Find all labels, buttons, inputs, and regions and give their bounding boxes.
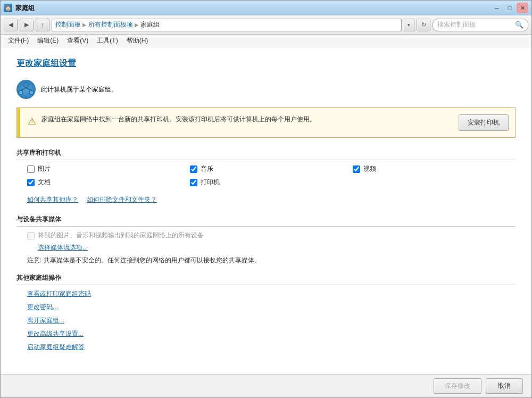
maximize-button[interactable]: □ xyxy=(504,3,516,13)
media-stream-label: 将我的图片、音乐和视频输出到我的家庭网络上的所有设备 xyxy=(38,231,204,240)
checkbox-video: 视频 xyxy=(353,164,516,173)
up-button[interactable]: ↑ xyxy=(36,19,49,31)
checkbox-printer-label: 打印机 xyxy=(201,178,220,187)
menu-view[interactable]: 查看(V) xyxy=(63,35,93,47)
checkbox-documents: 文档 xyxy=(27,178,190,187)
warning-message: 家庭组在家庭网络中找到一台新的共享打印机。安装该打印机后将可供计算机上的每个用户… xyxy=(41,114,316,125)
checkbox-pictures: 图片 xyxy=(27,164,190,173)
checkbox-video-label: 视频 xyxy=(363,164,376,173)
checkbox-music-label: 音乐 xyxy=(201,164,213,173)
svg-point-0 xyxy=(23,82,29,88)
media-stream-checkbox-row: 将我的图片、音乐和视频输出到我的家庭网络上的所有设备 xyxy=(16,231,516,240)
warning-box: ⚠ 家庭组在家庭网络中找到一台新的共享打印机。安装该打印机后将可供计算机上的每个… xyxy=(16,107,516,138)
search-bar[interactable]: 搜索控制面板 🔍 xyxy=(433,19,528,31)
share-section-title: 共享库和打印机 xyxy=(16,148,516,160)
leave-homegroup-link[interactable]: 离开家庭组... xyxy=(16,316,516,325)
window-icon: 🏠 xyxy=(4,4,12,12)
breadcrumb-item-2[interactable]: 所有控制面板项 xyxy=(88,20,133,29)
change-advanced-sharing-link[interactable]: 更改高级共享设置... xyxy=(16,329,516,338)
svg-line-4 xyxy=(26,88,31,90)
media-section: 与设备共享媒体 将我的图片、音乐和视频输出到我的家庭网络上的所有设备 选择媒体流… xyxy=(16,215,516,265)
network-svg-icon xyxy=(18,81,35,98)
share-checkboxes-row2: 文档 打印机 xyxy=(16,178,516,187)
minimize-button[interactable]: ─ xyxy=(491,3,503,13)
forward-button[interactable]: ▶ xyxy=(20,19,34,31)
media-note: 注意: 共享媒体是不安全的。任何连接到您的网络的用户都可以接收您的共享媒体。 xyxy=(16,255,516,265)
cancel-button[interactable]: 取消 xyxy=(486,378,523,394)
checkbox-printer: 打印机 xyxy=(190,178,353,187)
homegroup-description: 此计算机属于某个家庭组。 xyxy=(41,85,118,94)
title-bar: 🏠 家庭组 ─ □ ✕ xyxy=(1,1,531,15)
share-checkboxes-row1: 图片 音乐 视频 xyxy=(16,164,516,173)
menu-file[interactable]: 文件(F) xyxy=(4,35,33,47)
breadcrumb-sep-2: ▶ xyxy=(135,22,139,28)
address-dropdown-button[interactable]: ▾ xyxy=(404,19,414,31)
checkbox-video-input[interactable] xyxy=(353,165,360,173)
other-operations-section: 其他家庭组操作 查看或打印家庭组密码 更改密码... 离开家庭组... 更改高级… xyxy=(16,273,516,352)
breadcrumb: 控制面板 ▶ 所有控制面板项 ▶ 家庭组 xyxy=(55,20,160,29)
warning-icon: ⚠ xyxy=(28,115,36,127)
checkbox-pictures-input[interactable] xyxy=(27,165,35,173)
breadcrumb-item-1[interactable]: 控制面板 xyxy=(55,20,81,29)
stream-options-link[interactable]: 选择媒体流选项... xyxy=(16,243,516,252)
change-password-link[interactable]: 更改密码... xyxy=(16,303,516,312)
homegroup-header: 此计算机属于某个家庭组。 xyxy=(16,80,516,99)
warning-content: ⚠ 家庭组在家庭网络中找到一台新的共享打印机。安装该打印机后将可供计算机上的每个… xyxy=(28,114,453,127)
view-print-password-link[interactable]: 查看或打印家庭组密码 xyxy=(16,289,516,298)
menu-tools[interactable]: 工具(T) xyxy=(93,35,122,47)
checkbox-pictures-label: 图片 xyxy=(38,164,51,173)
save-button[interactable]: 保存修改 xyxy=(434,378,481,394)
bottom-bar: 保存修改 取消 xyxy=(1,374,531,397)
title-bar-left: 🏠 家庭组 xyxy=(4,4,35,13)
menu-edit[interactable]: 编辑(E) xyxy=(33,35,63,47)
share-links-row: 如何共享其他库？ 如何排除文件和文件夹？ xyxy=(16,195,516,204)
svg-point-2 xyxy=(29,90,34,95)
search-placeholder: 搜索控制面板 xyxy=(437,20,476,29)
checkbox-music: 音乐 xyxy=(190,164,353,173)
refresh-button[interactable]: ↻ xyxy=(417,19,430,31)
menu-bar: 文件(F) 编辑(E) 查看(V) 工具(T) 帮助(H) xyxy=(1,35,531,47)
install-printer-button[interactable]: 安装打印机 xyxy=(459,114,509,131)
nav-bar: ◀ ▶ ↑ 控制面板 ▶ 所有控制面板项 ▶ 家庭组 ▾ ↻ 搜索控制面板 🔍 xyxy=(1,15,531,35)
breadcrumb-item-3: 家庭组 xyxy=(140,20,160,29)
media-section-title: 与设备共享媒体 xyxy=(16,215,516,227)
share-section: 共享库和打印机 图片 音乐 视频 文档 xyxy=(16,148,516,204)
page-title: 更改家庭组设置 xyxy=(16,58,516,69)
checkbox-documents-label: 文档 xyxy=(38,178,51,187)
svg-line-3 xyxy=(21,88,26,90)
how-to-exclude-link[interactable]: 如何排除文件和文件夹？ xyxy=(87,195,157,204)
how-to-share-link[interactable]: 如何共享其他库？ xyxy=(27,195,78,204)
checkbox-documents-input[interactable] xyxy=(27,179,35,186)
homegroup-icon xyxy=(16,80,36,99)
media-stream-checkbox[interactable] xyxy=(27,232,35,239)
search-icon[interactable]: 🔍 xyxy=(515,21,523,29)
content-area: 更改家庭组设置 此计算机属于某个家庭组。 ⚠ 家庭组在家庭网络中找到一台新的共享… xyxy=(1,47,531,374)
back-button[interactable]: ◀ xyxy=(4,19,18,31)
main-window: 🏠 家庭组 ─ □ ✕ ◀ ▶ ↑ 控制面板 ▶ 所有控制面板项 ▶ 家庭组 ▾… xyxy=(0,0,532,398)
svg-point-1 xyxy=(19,90,23,95)
other-ops-title: 其他家庭组操作 xyxy=(16,273,516,285)
title-bar-controls: ─ □ ✕ xyxy=(491,3,528,13)
breadcrumb-sep-1: ▶ xyxy=(82,22,87,28)
checkbox-music-input[interactable] xyxy=(190,165,197,173)
window-title: 家庭组 xyxy=(15,4,35,13)
address-bar[interactable]: 控制面板 ▶ 所有控制面板项 ▶ 家庭组 xyxy=(52,19,402,31)
menu-help[interactable]: 帮助(H) xyxy=(122,35,153,47)
troubleshoot-homegroup-link[interactable]: 启动家庭组疑难解答 xyxy=(16,343,516,352)
checkbox-printer-input[interactable] xyxy=(190,179,197,186)
close-button[interactable]: ✕ xyxy=(517,3,528,13)
